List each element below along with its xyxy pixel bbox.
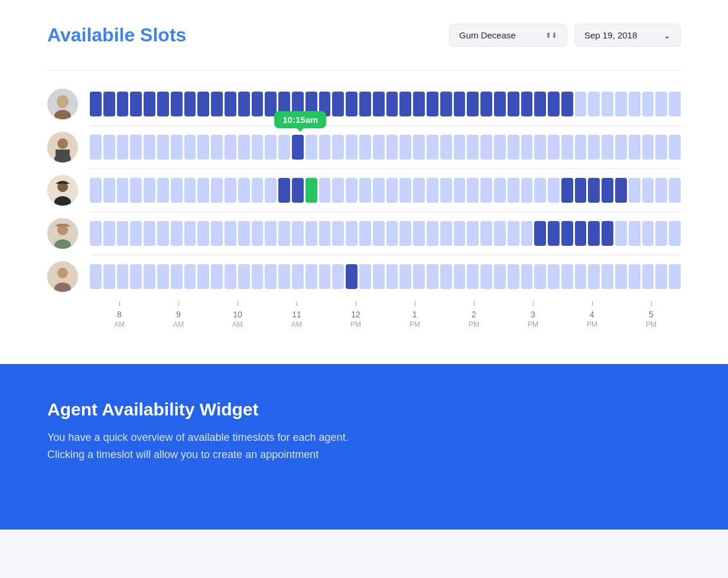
time-slot[interactable] bbox=[238, 135, 250, 160]
time-slot[interactable] bbox=[117, 178, 129, 203]
time-slot[interactable] bbox=[130, 264, 142, 289]
time-slot[interactable] bbox=[534, 178, 546, 203]
time-slot[interactable] bbox=[534, 264, 546, 289]
time-slot[interactable] bbox=[90, 135, 102, 160]
slots-bar[interactable] bbox=[90, 177, 681, 204]
time-slot[interactable] bbox=[225, 221, 236, 246]
time-slot[interactable] bbox=[265, 135, 277, 160]
time-slot[interactable] bbox=[225, 178, 236, 203]
time-slot[interactable] bbox=[413, 221, 425, 246]
time-slot[interactable] bbox=[346, 92, 358, 116]
time-slot[interactable] bbox=[225, 135, 236, 160]
time-slot[interactable] bbox=[211, 92, 223, 116]
time-slot[interactable] bbox=[171, 264, 183, 289]
time-slot[interactable] bbox=[386, 135, 398, 160]
time-slot[interactable] bbox=[588, 92, 600, 116]
time-slot[interactable] bbox=[561, 135, 573, 160]
time-slot[interactable] bbox=[157, 92, 169, 116]
time-slot[interactable] bbox=[427, 264, 438, 289]
time-slot[interactable] bbox=[494, 135, 506, 160]
time-slot[interactable] bbox=[197, 264, 209, 289]
time-slot[interactable] bbox=[413, 92, 425, 116]
time-slot[interactable] bbox=[615, 264, 627, 289]
time-slot[interactable] bbox=[386, 264, 398, 289]
time-slot[interactable] bbox=[615, 92, 627, 116]
time-slot[interactable] bbox=[467, 264, 479, 289]
time-slot[interactable] bbox=[548, 178, 560, 203]
time-slot[interactable] bbox=[615, 135, 627, 160]
time-slot[interactable] bbox=[238, 221, 250, 246]
time-slot[interactable] bbox=[278, 264, 290, 289]
time-slot[interactable] bbox=[359, 178, 371, 203]
time-slot[interactable] bbox=[292, 178, 304, 203]
time-slot[interactable] bbox=[440, 221, 452, 246]
time-slot[interactable] bbox=[629, 92, 641, 116]
time-slot[interactable] bbox=[602, 135, 613, 160]
time-slot[interactable] bbox=[144, 92, 155, 116]
time-slot[interactable] bbox=[669, 221, 681, 246]
time-slot[interactable] bbox=[211, 178, 223, 203]
time-slot[interactable] bbox=[373, 264, 385, 289]
time-slot[interactable] bbox=[561, 221, 573, 246]
time-slot[interactable] bbox=[278, 221, 290, 246]
time-slot[interactable] bbox=[346, 264, 358, 289]
time-slot[interactable] bbox=[494, 178, 506, 203]
time-slot[interactable] bbox=[575, 221, 587, 246]
time-slot[interactable] bbox=[534, 135, 546, 160]
time-slot[interactable] bbox=[373, 178, 385, 203]
time-slot[interactable] bbox=[454, 135, 466, 160]
time-slot[interactable] bbox=[669, 135, 681, 160]
time-slot[interactable] bbox=[252, 135, 264, 160]
time-slot[interactable] bbox=[184, 135, 196, 160]
time-slot[interactable] bbox=[642, 135, 654, 160]
time-slot[interactable] bbox=[454, 264, 466, 289]
time-slot[interactable] bbox=[575, 178, 587, 203]
time-slot[interactable] bbox=[332, 264, 344, 289]
time-slot[interactable] bbox=[157, 264, 169, 289]
time-slot[interactable] bbox=[534, 221, 546, 246]
time-slot[interactable] bbox=[521, 264, 533, 289]
time-slot[interactable] bbox=[265, 221, 277, 246]
time-slot[interactable] bbox=[225, 264, 236, 289]
time-slot[interactable] bbox=[480, 135, 492, 160]
time-slot[interactable] bbox=[655, 135, 667, 160]
time-slot[interactable] bbox=[454, 92, 466, 116]
time-slot[interactable] bbox=[278, 178, 290, 203]
time-slot[interactable] bbox=[373, 135, 385, 160]
time-slot[interactable] bbox=[386, 92, 398, 116]
time-slot[interactable] bbox=[521, 92, 533, 116]
time-slot[interactable] bbox=[144, 264, 155, 289]
time-slot[interactable] bbox=[373, 92, 385, 116]
time-slot[interactable] bbox=[332, 178, 344, 203]
time-slot[interactable] bbox=[197, 178, 209, 203]
time-slot[interactable] bbox=[399, 264, 411, 289]
time-slot[interactable] bbox=[306, 264, 317, 289]
time-slot[interactable] bbox=[184, 264, 196, 289]
time-slot[interactable] bbox=[117, 264, 129, 289]
time-slot[interactable] bbox=[561, 264, 573, 289]
time-slot[interactable] bbox=[575, 264, 587, 289]
time-slot[interactable] bbox=[427, 221, 438, 246]
time-slot[interactable] bbox=[642, 264, 654, 289]
time-slot[interactable] bbox=[332, 135, 344, 160]
time-slot[interactable] bbox=[117, 221, 129, 246]
time-slot[interactable] bbox=[184, 221, 196, 246]
time-slot[interactable] bbox=[197, 221, 209, 246]
time-slot[interactable] bbox=[171, 178, 183, 203]
time-slot[interactable] bbox=[359, 92, 371, 116]
time-slot[interactable] bbox=[319, 135, 331, 160]
time-slot[interactable] bbox=[427, 135, 438, 160]
time-slot[interactable] bbox=[130, 92, 142, 116]
time-slot[interactable] bbox=[332, 92, 344, 116]
time-slot[interactable] bbox=[184, 92, 196, 116]
time-slot[interactable] bbox=[252, 178, 264, 203]
time-slot[interactable] bbox=[508, 264, 519, 289]
time-slot[interactable] bbox=[588, 264, 600, 289]
time-slot[interactable] bbox=[480, 264, 492, 289]
time-slot[interactable] bbox=[521, 135, 533, 160]
time-slot[interactable] bbox=[454, 178, 466, 203]
time-slot[interactable] bbox=[454, 221, 466, 246]
time-slot[interactable] bbox=[292, 264, 304, 289]
time-slot[interactable] bbox=[306, 135, 317, 160]
time-slot[interactable] bbox=[521, 178, 533, 203]
